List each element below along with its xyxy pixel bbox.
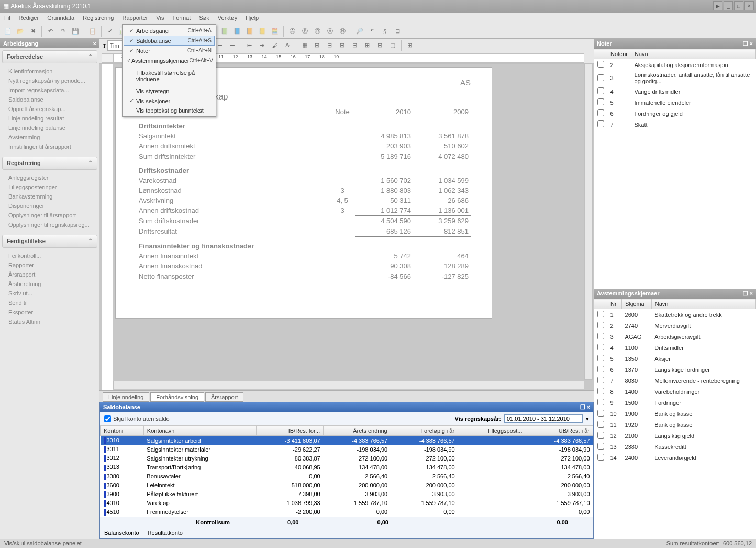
menu-format[interactable]: Format xyxy=(168,13,195,24)
subledger-icon[interactable]: 📘 xyxy=(231,26,243,37)
column-header[interactable]: Skjema xyxy=(622,299,652,309)
maximize-button[interactable]: □ xyxy=(734,1,743,10)
table-row[interactable]: 91500Fordringer xyxy=(594,397,756,408)
menu-fil[interactable]: Fil xyxy=(0,13,15,24)
sidebar-item[interactable]: Linjeinndeling balanse xyxy=(0,123,99,133)
column-header[interactable]: Tilleggspost... xyxy=(458,426,526,436)
table-row[interactable]: 22740Merverdiavgift xyxy=(594,320,756,331)
table-row[interactable]: 3010Salgsinntekter arbeid-3 411 803,07-4… xyxy=(101,436,593,445)
play-icon[interactable]: ▶ xyxy=(713,1,722,10)
sidebar-item[interactable]: Bankavstemming xyxy=(0,192,99,201)
sidebar-item[interactable]: Disponeringer xyxy=(0,201,99,211)
column-header[interactable]: Nr xyxy=(607,299,622,309)
sidebar-item[interactable]: Årsberetning xyxy=(0,279,99,289)
sidebar-item[interactable]: Linjeinndeling resultat xyxy=(0,114,99,123)
menu-item[interactable]: ✓AvstemmingsskjemaerCtrl+Alt+V xyxy=(124,56,215,65)
table-icon[interactable]: ▦ xyxy=(299,40,310,51)
table-row[interactable]: 3011Salgsinntekter materialer-29 622,27-… xyxy=(101,445,593,454)
seq-icon[interactable]: § xyxy=(379,26,391,37)
table-row[interactable]: 2Aksjekapital og aksjonærinformasjon xyxy=(594,59,756,71)
table-row[interactable]: 81400Varebeholdninger xyxy=(594,386,756,397)
menu-item[interactable]: ✓ArbeidsgangCtrl+Alt+A xyxy=(124,26,215,36)
tab-årsrapport[interactable]: Årsrapport xyxy=(205,392,243,402)
sidebar-item[interactable]: Skriv ut... xyxy=(0,289,99,298)
menu-item[interactable]: Tilbakestill størrelse på vinduene xyxy=(124,68,215,84)
col-add-icon[interactable]: ⊞ xyxy=(362,40,373,51)
magnify-icon[interactable]: 🔎 xyxy=(354,26,365,37)
column-header[interactable]: Navn xyxy=(651,299,755,309)
row-del-icon[interactable]: ⊟ xyxy=(349,40,361,51)
menu-grunndata[interactable]: Grunndata xyxy=(43,13,79,24)
hide-zero-checkbox[interactable]: Skjul konto uten saldo xyxy=(104,415,170,422)
table-row[interactable]: 61370Langsiktige fordringer xyxy=(594,364,756,375)
merge-icon[interactable]: ⊞ xyxy=(312,40,323,51)
close-icon[interactable]: × xyxy=(750,40,753,47)
table-row[interactable]: 3012Salgsinntekter utrykning-80 383,87-2… xyxy=(101,454,593,463)
menu-hjelp[interactable]: Hjelp xyxy=(241,13,263,24)
lines-icon[interactable]: 📒 xyxy=(257,26,268,37)
table-row[interactable]: 111920Bank og kasse xyxy=(594,419,756,430)
menu-item[interactable]: ✓NoterCtrl+Alt+N xyxy=(124,46,215,56)
table-row[interactable]: 3080Bonusavtaler0,002 566,402 566,402 56… xyxy=(101,472,593,481)
table-row[interactable]: 4510Fremmedytelser-2 200,000,000,000,00 xyxy=(101,508,593,517)
table-row[interactable]: 5Immaterielle eiendeler xyxy=(594,97,756,108)
letter-r-icon[interactable]: Ⓡ xyxy=(312,26,323,37)
menu-rediger[interactable]: Rediger xyxy=(15,13,43,24)
column-header[interactable]: Årets endring xyxy=(324,426,391,436)
minimize-button[interactable]: _ xyxy=(724,1,733,10)
table-row[interactable]: 51350Aksjer xyxy=(594,353,756,364)
column-header[interactable]: Navn xyxy=(631,49,756,59)
column-header[interactable]: UB/Res. i år xyxy=(526,426,593,436)
sidebar-item[interactable]: Tilleggsposteringer xyxy=(0,182,99,192)
restore-icon[interactable]: ❐ xyxy=(743,290,748,297)
open-icon[interactable]: 📂 xyxy=(15,26,26,37)
noter-grid[interactable]: NotenrNavn2Aksjekapital og aksjonærinfor… xyxy=(594,49,756,289)
sidebar-item[interactable]: Opprett årsregnskap... xyxy=(0,104,99,114)
letter-a-icon[interactable]: Ⓐ xyxy=(286,26,298,37)
table-row[interactable]: 3013Transport/Bortkjøring-40 068,95-134 … xyxy=(101,463,593,472)
table-row[interactable]: 12600Skattetrekk og andre trekk xyxy=(594,309,756,321)
entries-icon[interactable]: 📙 xyxy=(244,26,255,37)
close-button[interactable]: × xyxy=(744,1,754,10)
close-icon[interactable]: × xyxy=(587,404,590,410)
menu-søk[interactable]: Søk xyxy=(195,13,214,24)
menu-registrering[interactable]: Registrering xyxy=(79,13,118,24)
table-row[interactable]: 3900Påløpt ikke fakturert7 398,00-3 903,… xyxy=(101,490,593,499)
more-icon[interactable]: ⊞ xyxy=(404,40,416,51)
undo-icon[interactable]: ↶ xyxy=(45,26,56,37)
new-icon[interactable]: 📄 xyxy=(2,26,14,37)
menu-vis[interactable]: Vis xyxy=(152,13,168,24)
headerfooter-icon[interactable]: ⊟ xyxy=(392,26,403,37)
sidebar-item[interactable]: Rapporter xyxy=(0,260,99,270)
sidebar-item[interactable]: Opplysninger til regnskapsreg... xyxy=(0,220,99,229)
table-row[interactable]: 3600Leieinntekt-518 000,00-200 000,00-20… xyxy=(101,481,593,490)
avst-grid[interactable]: NrSkjemaNavn12600Skattetrekk og andre tr… xyxy=(594,299,756,539)
section-head[interactable]: Registrering⌃ xyxy=(2,157,97,170)
indent-in-icon[interactable]: ⇥ xyxy=(257,40,268,51)
split-icon[interactable]: ⊟ xyxy=(324,40,336,51)
period-select[interactable] xyxy=(504,414,583,423)
sidebar-item[interactable]: Status Altinn xyxy=(0,317,99,326)
sidebar-item[interactable]: Anleggsregister xyxy=(0,173,99,182)
table-row[interactable]: 78030Mellomværende - renteberegning xyxy=(594,375,756,386)
table-row[interactable]: 142400Leverandørgjeld xyxy=(594,452,756,463)
row-add-icon[interactable]: ⊞ xyxy=(337,40,348,51)
restore-icon[interactable]: ❐ xyxy=(743,40,748,47)
table-row[interactable]: 101900Bank og kasse xyxy=(594,408,756,419)
redo-icon[interactable]: ↷ xyxy=(57,26,69,37)
table-row[interactable]: 7Skatt xyxy=(594,119,756,130)
table-row[interactable]: 6Fordringer og gjeld xyxy=(594,108,756,119)
sidebar-item[interactable]: Nytt regnskapsår/ny periode... xyxy=(0,76,99,85)
col-del-icon[interactable]: ⊟ xyxy=(374,40,386,51)
scrollbar-horizontal[interactable] xyxy=(113,381,584,389)
sidebar-item[interactable]: Opplysninger til årsrapport xyxy=(0,211,99,220)
save-icon[interactable]: 💾 xyxy=(70,26,81,37)
saldo-grid[interactable]: KontonrKontonavnIB/Res. for...Årets endr… xyxy=(100,425,593,517)
sidebar-item[interactable]: Feilkontroll... xyxy=(0,251,99,260)
section-head[interactable]: Forberedelse⌃ xyxy=(2,50,97,63)
calc-icon[interactable]: 🧮 xyxy=(269,26,281,37)
letter-n-icon[interactable]: Ⓝ xyxy=(337,26,348,37)
table-row[interactable]: 3Lønnskostnader, antall ansatte, lån til… xyxy=(594,70,756,86)
vertical-ruler[interactable] xyxy=(102,64,113,390)
menu-item[interactable]: ✓SaldobalanseCtrl+Alt+S xyxy=(124,36,215,46)
